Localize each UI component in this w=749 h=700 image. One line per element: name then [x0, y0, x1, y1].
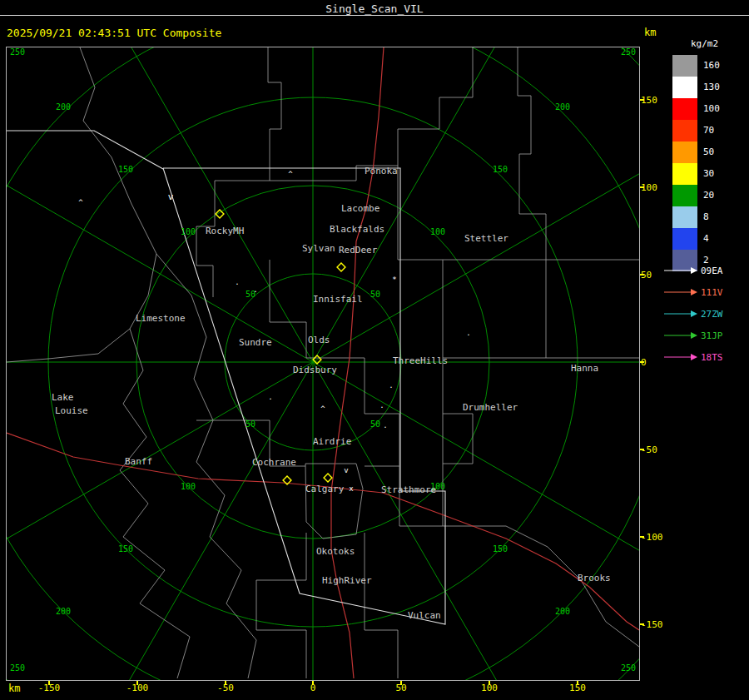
point-marker: v — [344, 466, 348, 474]
colorbar-swatch — [672, 206, 697, 228]
range-label: 50 — [246, 420, 255, 429]
colorbar-unit-label: kg/m2 — [691, 38, 718, 49]
city-label: Banff — [125, 456, 152, 467]
city-label: HighRiver — [322, 575, 372, 586]
city-label: Cochrane — [252, 457, 296, 468]
y-axis-tick — [640, 274, 644, 276]
colorbar-swatch — [672, 163, 697, 185]
city-label: Vulcan — [408, 610, 441, 621]
city-label: RedDeer — [339, 245, 378, 256]
y-axis-tick — [640, 449, 644, 450]
y-axis-tick — [640, 186, 644, 188]
y-axis-tick — [640, 623, 644, 625]
site-arrowhead-icon — [691, 332, 697, 339]
range-label: 50 — [370, 290, 380, 299]
site-id-label: 18TS — [701, 352, 723, 363]
range-label: 100 — [430, 227, 445, 236]
city-label: Strathmore — [381, 484, 436, 495]
scan-timestamp: 2025/09/21 02:43:51 UTC Composite — [7, 27, 221, 39]
county-boundary — [518, 47, 546, 260]
y-axis-tick — [640, 536, 644, 538]
city-label: Brooks — [578, 573, 611, 583]
city-label: Blackfalds — [330, 224, 384, 235]
point-marker: * — [392, 276, 396, 284]
colorbar-value-label: 50 — [703, 146, 714, 157]
city-label: Sundre — [239, 337, 272, 348]
range-label: 250 — [10, 47, 25, 57]
colorbar-swatch — [672, 55, 697, 77]
range-label: 150 — [118, 544, 133, 554]
colorbar-value-label: 130 — [703, 82, 720, 92]
site-id-label: 31JP — [701, 330, 723, 341]
point-markers: ^ v ^ . . * . . . ^ . . v x — [78, 170, 470, 493]
city-label: Louise — [55, 405, 88, 416]
radar-map-frame: 50 50 50 50 100 100 100 100 150 150 150 … — [6, 47, 640, 681]
point-marker: . — [389, 381, 393, 390]
radar-site-diamond-icon — [324, 474, 332, 482]
x-axis-tick — [577, 681, 578, 685]
site-arrowhead-icon — [691, 354, 697, 360]
radar-map: 50 50 50 50 100 100 100 100 150 150 150 … — [7, 47, 639, 680]
city-label: Drumheller — [463, 402, 518, 413]
y-axis-tick-label: 100 — [641, 182, 669, 193]
radar-legend-row: 111V — [664, 287, 723, 298]
city-label: Didsbury — [293, 365, 337, 375]
site-id-label: 09EA — [701, 266, 723, 276]
county-boundary — [120, 329, 190, 678]
site-id-label: 111V — [701, 287, 723, 298]
city-label: Stettler — [464, 233, 508, 244]
city-label: ThreeHills — [393, 355, 448, 366]
colorbar-value-label: 20 — [703, 190, 714, 201]
x-axis-tick — [489, 681, 490, 685]
radar-legend-row: 31JP — [664, 330, 723, 341]
coverage-edge — [7, 131, 163, 169]
colorbar-value-label: 30 — [703, 168, 714, 179]
city-label: Olds — [308, 335, 330, 345]
x-axis-tick — [136, 681, 138, 685]
colorbar-value-label: 70 — [703, 125, 714, 136]
y-axis-tick-label: -50 — [641, 444, 669, 455]
y-axis-tick-label: 150 — [641, 95, 669, 106]
range-label: 200 — [555, 607, 570, 616]
x-axis-tick — [225, 681, 226, 685]
x-axis-unit-label: km — [8, 683, 20, 694]
range-label: 50 — [370, 420, 380, 429]
colorbar-swatch — [672, 141, 697, 163]
city-label: Hanna — [571, 363, 598, 374]
city-label: Calgary — [305, 484, 345, 494]
range-label: 100 — [181, 227, 196, 236]
x-axis-tick — [400, 681, 402, 685]
title-separator-line — [0, 15, 749, 16]
range-label: 100 — [181, 482, 196, 491]
city-label: Airdrie — [313, 436, 351, 447]
colorbar-swatch — [672, 185, 697, 206]
city-label: Okotoks — [316, 546, 355, 557]
point-marker: . — [235, 278, 239, 286]
point-marker: x — [349, 484, 354, 493]
y-axis-tick-label: -100 — [641, 532, 669, 543]
window-title: Single_Scan_VIL — [0, 2, 749, 15]
city-label: Innisfail — [313, 294, 363, 305]
county-boundary — [443, 414, 473, 464]
point-marker: ^ — [78, 198, 83, 206]
x-axis-tick — [312, 681, 314, 685]
county-boundary — [270, 47, 473, 181]
city-label: Lake — [52, 392, 74, 403]
colorbar-swatch — [672, 228, 697, 250]
city-label: Sylvan — [302, 243, 335, 254]
range-label: 200 — [555, 102, 570, 112]
point-marker: . — [466, 329, 470, 337]
y-axis-unit-label: km — [644, 27, 656, 38]
range-label: 150 — [493, 544, 508, 554]
county-boundary — [365, 466, 443, 526]
highway-1-east — [328, 487, 639, 630]
radar-app-window: { "window_title": "Single_Scan_VIL", "he… — [0, 0, 749, 700]
range-label: 150 — [493, 165, 508, 174]
county-boundary — [365, 533, 398, 678]
colorbar-value-label: 100 — [703, 103, 720, 114]
point-marker: . — [383, 421, 387, 429]
city-label: Lacombe — [341, 203, 379, 214]
radar-legend-row: 27ZW — [664, 309, 723, 320]
site-arrowhead-icon — [691, 310, 697, 317]
range-label: 150 — [118, 165, 133, 174]
